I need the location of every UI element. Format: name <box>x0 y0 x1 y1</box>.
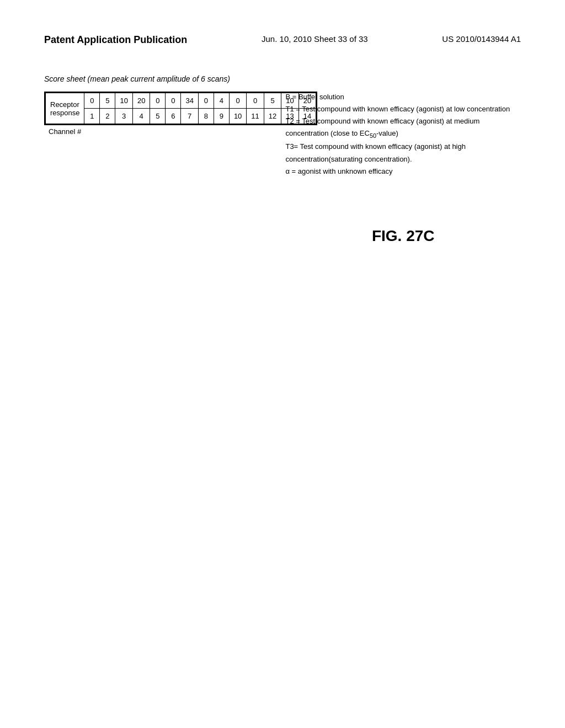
right-section: B = Buffer solution T1 = Test compound w… <box>285 74 521 245</box>
col-0f: 0 <box>247 93 264 109</box>
col-0b: 0 <box>150 93 166 109</box>
left-section: Score sheet (mean peak current amplitude… <box>44 74 252 245</box>
col-0: 0 <box>84 93 100 109</box>
ch-5: 5 <box>150 109 166 124</box>
ch-2: 2 <box>100 109 115 124</box>
col-4: 4 <box>214 93 229 109</box>
legend-line2: T1 = Test compound with known efficacy (… <box>285 103 521 115</box>
legend-line4: T3= Test compound with known efficacy (a… <box>285 141 521 165</box>
receptor-response-cell: Receptorresponse <box>46 93 84 124</box>
header-left: Patent Application Publication <box>44 33 187 47</box>
ch-6: 6 <box>166 109 181 124</box>
score-table-wrapper: Receptorresponse 0 5 10 20 0 0 34 0 4 0 <box>44 92 317 125</box>
ch-11: 11 <box>247 109 264 124</box>
col-20: 20 <box>132 93 150 109</box>
ch-4: 4 <box>132 109 150 124</box>
col-34: 34 <box>181 93 198 109</box>
legend-block: B = Buffer solution T1 = Test compound w… <box>285 91 521 178</box>
table-row-channels: 1 2 3 4 5 6 7 8 9 10 11 12 13 <box>46 109 316 124</box>
score-table: Receptorresponse 0 5 10 20 0 0 34 0 4 0 <box>45 93 316 124</box>
ch-7: 7 <box>181 109 198 124</box>
legend-line1: B = Buffer solution <box>285 91 521 103</box>
ch-3: 3 <box>115 109 132 124</box>
col-0c: 0 <box>166 93 181 109</box>
header-center: Jun. 10, 2010 Sheet 33 of 33 <box>262 33 368 46</box>
ch-10: 10 <box>229 109 246 124</box>
date-sheet-label: Jun. 10, 2010 Sheet 33 of 33 <box>262 34 368 44</box>
page-container: Patent Application Publication Jun. 10, … <box>0 0 565 728</box>
channel-label: Channel # <box>44 127 81 136</box>
score-sheet-title: Score sheet (mean peak current amplitude… <box>44 74 230 83</box>
page-header: Patent Application Publication Jun. 10, … <box>44 33 521 52</box>
col-10: 10 <box>115 93 132 109</box>
ch-8: 8 <box>198 109 214 124</box>
legend-line3: T2 = Test compound with known efficacy (… <box>285 115 521 141</box>
ch-1: 1 <box>84 109 100 124</box>
patent-application-label: Patent Application Publication <box>44 34 187 45</box>
col-0d: 0 <box>198 93 214 109</box>
table-row-header: Receptorresponse 0 5 10 20 0 0 34 0 4 0 <box>46 93 316 109</box>
col-0e: 0 <box>229 93 246 109</box>
content-area: Score sheet (mean peak current amplitude… <box>44 74 521 245</box>
legend-line5: α = agonist with unknown efficacy <box>285 165 521 178</box>
ch-12: 12 <box>264 109 281 124</box>
ch-9: 9 <box>214 109 229 124</box>
header-right: US 2010/0143944 A1 <box>442 33 521 46</box>
patent-number-label: US 2010/0143944 A1 <box>442 34 521 44</box>
col-5: 5 <box>100 93 115 109</box>
fig-label: FIG. 27C <box>285 227 521 245</box>
col-5b: 5 <box>264 93 281 109</box>
